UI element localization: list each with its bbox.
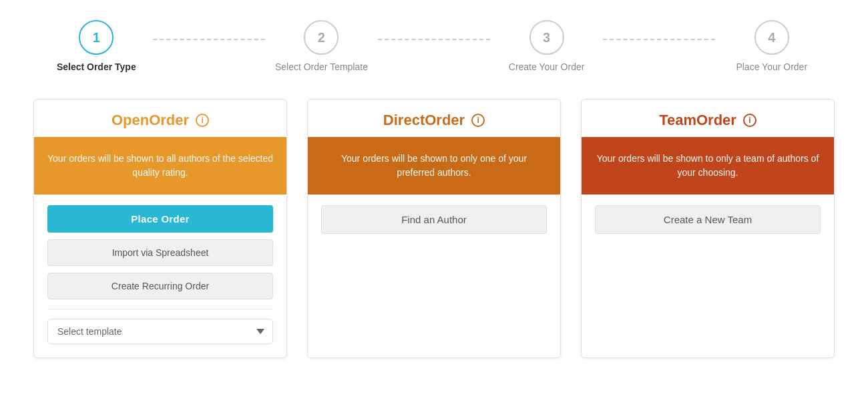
step-3: 3 Create Your Order — [490, 20, 603, 72]
step-label-1: Select Order Type — [57, 61, 136, 72]
open-order-info-icon[interactable]: i — [196, 114, 209, 127]
create-new-team-button[interactable]: Create a New Team — [595, 205, 821, 234]
step-circle-1: 1 — [79, 20, 114, 55]
direct-order-card: DirectOrder i Your orders will be shown … — [307, 99, 561, 358]
open-order-title: OpenOrder i — [34, 100, 286, 137]
direct-order-info-icon[interactable]: i — [471, 114, 485, 127]
step-circle-2: 2 — [304, 20, 339, 55]
step-1: 1 Select Order Type — [40, 20, 153, 72]
stepper: 1 Select Order Type 2 Select Order Templ… — [0, 0, 868, 86]
step-label-3: Create Your Order — [509, 61, 585, 72]
place-order-button[interactable]: Place Order — [47, 205, 273, 233]
open-order-body: Place Order Import via Spreadsheet Creat… — [34, 194, 286, 358]
step-connector-1-2 — [153, 39, 266, 40]
step-4: 4 Place Your Order — [715, 20, 828, 72]
direct-order-banner: Your orders will be shown to only one of… — [308, 137, 560, 194]
step-circle-4: 4 — [754, 20, 789, 55]
step-label-2: Select Order Template — [275, 61, 368, 72]
cards-container: OpenOrder i Your orders will be shown to… — [0, 86, 868, 378]
find-author-button[interactable]: Find an Author — [321, 205, 547, 234]
step-connector-3-4 — [603, 39, 716, 40]
direct-order-action: Find an Author — [308, 194, 560, 245]
step-2: 2 Select Order Template — [265, 20, 378, 72]
direct-order-title: DirectOrder i — [308, 100, 560, 137]
create-recurring-order-button[interactable]: Create Recurring Order — [47, 273, 273, 299]
team-order-banner: Your orders will be shown to only a team… — [582, 137, 834, 194]
open-order-banner: Your orders will be shown to all authors… — [34, 137, 286, 194]
step-connector-2-3 — [378, 39, 491, 40]
team-order-info-icon[interactable]: i — [743, 114, 756, 127]
team-order-action: Create a New Team — [582, 194, 834, 245]
select-template-dropdown[interactable]: Select template — [47, 319, 273, 344]
step-label-4: Place Your Order — [736, 61, 807, 72]
card-divider — [47, 309, 273, 309]
step-circle-3: 3 — [529, 20, 564, 55]
open-order-card: OpenOrder i Your orders will be shown to… — [33, 99, 287, 358]
import-spreadsheet-button[interactable]: Import via Spreadsheet — [47, 239, 273, 266]
team-order-title: TeamOrder i — [582, 100, 834, 137]
team-order-card: TeamOrder i Your orders will be shown to… — [581, 99, 835, 358]
